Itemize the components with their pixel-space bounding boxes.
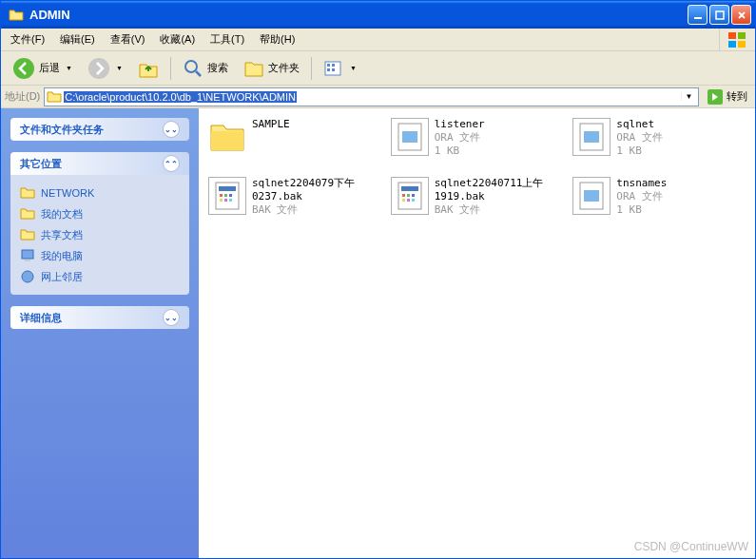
svg-point-8 xyxy=(185,61,197,72)
search-button[interactable]: 搜索 xyxy=(177,54,234,83)
chevron-down-icon: ▼ xyxy=(350,65,357,71)
minimize-button[interactable] xyxy=(688,5,708,25)
menu-edit[interactable]: 编辑(E) xyxy=(52,29,103,49)
collapse-icon[interactable]: ⌃⌃ xyxy=(163,155,180,172)
link-my-computer[interactable]: 我的电脑 xyxy=(20,245,180,266)
folders-button[interactable]: 文件夹 xyxy=(238,54,305,83)
separator xyxy=(170,57,171,80)
folder-icon xyxy=(9,8,24,23)
other-places-title: 其它位置 xyxy=(20,157,62,171)
file-item[interactable]: sqlnetORA 文件1 KB xyxy=(572,118,746,167)
svg-rect-4 xyxy=(728,41,736,48)
svg-rect-36 xyxy=(402,199,405,202)
bak-file-icon xyxy=(208,177,246,215)
expand-icon[interactable]: ⌄⌄ xyxy=(163,309,180,326)
tasks-sidebar: 文件和文件夹任务 ⌄⌄ 其它位置 ⌃⌃ NETWORK 我的文档 共享文档 我的… xyxy=(1,108,199,558)
file-item[interactable]: sqlnet22040711上午1919.bakBAK 文件 xyxy=(391,177,564,226)
svg-rect-32 xyxy=(401,186,418,191)
watermark: CSDN @ContinueWW xyxy=(634,540,748,553)
details-panel: 详细信息 ⌄⌄ xyxy=(10,306,189,329)
file-tasks-panel: 文件和文件夹任务 ⌄⌄ xyxy=(10,118,189,141)
address-input[interactable]: C:\oracle\product\10.2.0\db_1\NETWORK\AD… xyxy=(44,87,699,106)
search-label: 搜索 xyxy=(207,61,228,75)
window-title: ADMIN xyxy=(28,8,686,22)
svg-point-18 xyxy=(22,271,33,282)
up-button[interactable] xyxy=(132,54,165,83)
address-dropdown-icon[interactable]: ▼ xyxy=(681,92,696,101)
menu-help[interactable]: 帮助(H) xyxy=(252,29,302,49)
bak-file-icon xyxy=(391,177,429,215)
svg-line-9 xyxy=(196,71,201,76)
menubar: 文件(F) 编辑(E) 查看(V) 收藏(A) 工具(T) 帮助(H) xyxy=(1,29,755,51)
link-network[interactable]: NETWORK xyxy=(20,183,180,203)
svg-point-6 xyxy=(13,58,34,79)
explorer-window: ADMIN 文件(F) 编辑(E) 查看(V) 收藏(A) 工具(T) 帮助(H… xyxy=(0,0,756,559)
details-header[interactable]: 详细信息 ⌄⌄ xyxy=(10,306,189,329)
svg-rect-40 xyxy=(584,190,599,202)
svg-rect-27 xyxy=(229,194,232,197)
menu-tools[interactable]: 工具(T) xyxy=(203,29,252,49)
ora-file-icon xyxy=(572,118,611,156)
svg-rect-3 xyxy=(738,32,746,39)
back-button[interactable]: 后退 ▼ xyxy=(7,54,78,83)
address-bar: 地址(D) C:\oracle\product\10.2.0\db_1\NETW… xyxy=(1,86,755,108)
separator xyxy=(311,57,312,80)
windows-logo-icon xyxy=(719,29,753,50)
svg-rect-38 xyxy=(412,199,415,202)
ora-file-icon xyxy=(391,118,429,156)
svg-rect-5 xyxy=(738,41,746,48)
go-button[interactable]: 转到 xyxy=(703,87,751,106)
folder-icon xyxy=(208,118,246,156)
view-button[interactable]: ▼ xyxy=(318,54,362,83)
svg-rect-1 xyxy=(716,11,724,19)
svg-rect-12 xyxy=(332,64,335,67)
ora-file-icon xyxy=(572,177,611,215)
file-item[interactable]: tnsnamesORA 文件1 KB xyxy=(572,177,746,226)
other-places-header[interactable]: 其它位置 ⌃⌃ xyxy=(10,152,189,175)
svg-rect-35 xyxy=(412,194,415,197)
svg-rect-26 xyxy=(224,194,227,197)
file-tasks-title: 文件和文件夹任务 xyxy=(20,123,104,137)
svg-rect-29 xyxy=(224,199,227,202)
svg-rect-2 xyxy=(728,32,736,39)
close-button[interactable] xyxy=(731,5,751,25)
folders-label: 文件夹 xyxy=(268,61,300,75)
link-shared-documents[interactable]: 共享文档 xyxy=(20,224,180,245)
file-item[interactable]: listenerORA 文件1 KB xyxy=(391,118,564,167)
file-item[interactable]: sqlnet2204079下午0237.bakBAK 文件 xyxy=(208,177,381,226)
menu-favorites[interactable]: 收藏(A) xyxy=(152,29,203,49)
svg-rect-34 xyxy=(407,194,410,197)
toolbar: 后退 ▼ ▼ 搜索 文件夹 ▼ xyxy=(1,51,755,86)
svg-rect-33 xyxy=(402,194,405,197)
details-title: 详细信息 xyxy=(20,311,62,325)
chevron-down-icon: ▼ xyxy=(116,65,123,71)
folder-icon xyxy=(47,89,62,105)
svg-point-7 xyxy=(88,58,109,79)
link-network-places[interactable]: 网上邻居 xyxy=(20,266,180,287)
menu-view[interactable]: 查看(V) xyxy=(103,29,153,49)
address-path: C:\oracle\product\10.2.0\db_1\NETWORK\AD… xyxy=(64,91,297,103)
other-places-body: NETWORK 我的文档 共享文档 我的电脑 网上邻居 xyxy=(10,175,189,295)
svg-rect-17 xyxy=(25,260,30,261)
forward-button[interactable]: ▼ xyxy=(82,54,128,83)
svg-rect-24 xyxy=(219,186,236,191)
maximize-button[interactable] xyxy=(709,5,729,25)
svg-rect-25 xyxy=(220,194,223,197)
other-places-panel: 其它位置 ⌃⌃ NETWORK 我的文档 共享文档 我的电脑 网上邻居 xyxy=(10,152,189,295)
svg-rect-14 xyxy=(332,68,335,71)
svg-rect-28 xyxy=(220,199,223,202)
svg-rect-30 xyxy=(229,199,232,202)
svg-rect-20 xyxy=(402,131,417,143)
svg-rect-0 xyxy=(694,17,702,19)
svg-rect-16 xyxy=(22,250,33,259)
link-my-documents[interactable]: 我的文档 xyxy=(20,203,180,224)
svg-rect-11 xyxy=(327,64,330,67)
file-item[interactable]: SAMPLE xyxy=(208,118,381,167)
file-tasks-header[interactable]: 文件和文件夹任务 ⌄⌄ xyxy=(10,118,189,141)
file-list[interactable]: SAMPLE listenerORA 文件1 KB sqlnetORA 文件1 … xyxy=(199,108,755,558)
chevron-down-icon: ▼ xyxy=(66,65,72,71)
expand-icon[interactable]: ⌄⌄ xyxy=(163,121,180,138)
titlebar[interactable]: ADMIN xyxy=(1,1,755,29)
menu-file[interactable]: 文件(F) xyxy=(3,29,52,49)
content-area: 文件和文件夹任务 ⌄⌄ 其它位置 ⌃⌃ NETWORK 我的文档 共享文档 我的… xyxy=(1,108,755,558)
